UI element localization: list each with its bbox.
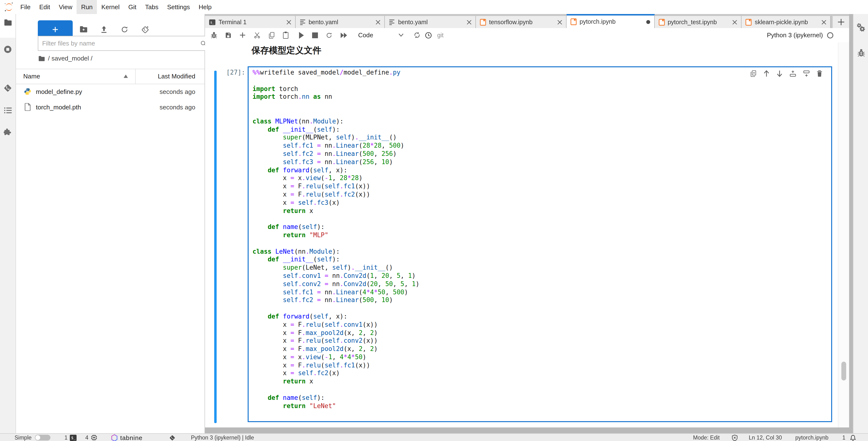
chevron-down-icon[interactable] bbox=[398, 33, 404, 37]
history-clock-icon[interactable] bbox=[425, 32, 432, 38]
git-toolbar-label[interactable]: git bbox=[437, 32, 443, 38]
menu-edit[interactable]: Edit bbox=[35, 0, 55, 14]
editor-mode[interactable]: Mode: Edit bbox=[693, 434, 720, 441]
breadcrumb[interactable]: / saved_model / bbox=[38, 55, 93, 62]
insert-cell-below-icon[interactable] bbox=[803, 70, 810, 77]
sidebar-item-debugger[interactable] bbox=[854, 48, 868, 57]
close-icon[interactable] bbox=[733, 20, 737, 25]
simple-mode-toggle[interactable] bbox=[35, 434, 51, 441]
menu-git[interactable]: Git bbox=[124, 0, 141, 14]
insert-cell-above-icon[interactable] bbox=[789, 70, 796, 77]
sidebar-item-file-browser[interactable] bbox=[0, 19, 16, 26]
terminal-icon: $_ bbox=[209, 19, 216, 25]
menu-file[interactable]: File bbox=[16, 0, 35, 14]
dock-tab-bar: $_ Terminal 1 bento.yaml bento.yaml tens… bbox=[205, 14, 849, 28]
code-editor[interactable]: %%writefile saved_model/model_define.py … bbox=[252, 69, 420, 410]
tabnine-status[interactable]: tabnine bbox=[111, 434, 143, 441]
menu-settings[interactable]: Settings bbox=[163, 0, 194, 14]
file-row[interactable]: model_define.py seconds ago bbox=[16, 84, 205, 99]
column-name[interactable]: Name bbox=[23, 73, 40, 80]
close-icon[interactable] bbox=[822, 20, 826, 25]
upload-button[interactable] bbox=[100, 26, 107, 33]
run-icon[interactable] bbox=[299, 32, 304, 38]
current-file[interactable]: pytorch.ipynb bbox=[795, 434, 829, 441]
sidebar-item-extensions[interactable] bbox=[0, 128, 16, 137]
kernel-status[interactable]: Python 3 (ipykernel) | Idle bbox=[191, 434, 254, 441]
cursor-position[interactable]: Ln 12, Col 30 bbox=[749, 434, 782, 441]
notifications-button[interactable] bbox=[850, 434, 856, 441]
sort-ascending-icon[interactable] bbox=[124, 74, 128, 78]
circular-arrows-icon[interactable] bbox=[413, 31, 421, 39]
paste-icon[interactable] bbox=[283, 31, 289, 39]
file-modified: seconds ago bbox=[160, 103, 195, 111]
tab-tensorflow-ipynb[interactable]: tensorflow.ipynb bbox=[476, 16, 566, 28]
column-last-modified[interactable]: Last Modified bbox=[158, 73, 195, 80]
kernel-count: 4 bbox=[85, 435, 88, 441]
close-icon[interactable] bbox=[286, 20, 291, 25]
sidebar-item-table-of-contents[interactable] bbox=[0, 107, 16, 114]
new-tab-button[interactable] bbox=[833, 16, 849, 28]
cut-icon[interactable] bbox=[253, 32, 261, 38]
git-status-icon-wrap[interactable] bbox=[169, 434, 176, 441]
delete-cell-icon[interactable] bbox=[817, 70, 823, 77]
close-icon[interactable] bbox=[467, 20, 471, 25]
sidebar-item-git[interactable] bbox=[0, 84, 16, 93]
duplicate-cell-icon[interactable] bbox=[750, 70, 756, 77]
tabnine-label: tabnine bbox=[120, 434, 143, 441]
mode-text: Mode: Edit bbox=[693, 435, 720, 441]
stop-icon[interactable] bbox=[312, 32, 318, 38]
new-folder-button[interactable] bbox=[80, 26, 88, 33]
kernel-switcher[interactable]: Python 3 (ipykernel) bbox=[767, 28, 834, 42]
notebook-icon bbox=[570, 19, 577, 25]
vertical-scrollbar-thumb[interactable] bbox=[841, 362, 846, 380]
tab-bento-yaml-1[interactable]: bento.yaml bbox=[296, 16, 385, 28]
restart-kernel-icon[interactable] bbox=[326, 32, 333, 38]
gears-icon bbox=[856, 22, 866, 31]
file-filter-input[interactable] bbox=[38, 40, 200, 47]
dock-right-scrollbar[interactable] bbox=[849, 14, 853, 433]
save-icon[interactable] bbox=[225, 32, 232, 38]
menu-view[interactable]: View bbox=[55, 0, 77, 14]
tab-label: sklearn-pickle.ipynb bbox=[755, 19, 817, 25]
tab-bento-yaml-2[interactable]: bento.yaml bbox=[385, 16, 476, 28]
menu-tabs[interactable]: Tabs bbox=[141, 0, 163, 14]
current-file-name: pytorch.ipynb bbox=[795, 435, 829, 441]
restart-run-all-icon[interactable] bbox=[340, 32, 347, 38]
git-icon bbox=[3, 84, 12, 93]
refresh-button[interactable] bbox=[121, 26, 128, 33]
sidebar-item-property-inspector[interactable] bbox=[854, 22, 868, 31]
dirty-indicator-icon[interactable] bbox=[646, 20, 650, 24]
cell-collapser[interactable] bbox=[214, 71, 217, 423]
close-icon[interactable] bbox=[557, 20, 562, 25]
close-icon[interactable] bbox=[376, 20, 381, 25]
cell-type-dropdown[interactable]: Code bbox=[358, 31, 373, 39]
tab-sklearn-pickle-ipynb[interactable]: sklearn-pickle.ipynb bbox=[742, 16, 831, 28]
list-icon bbox=[4, 107, 12, 114]
menu-kernel[interactable]: Kernel bbox=[97, 0, 124, 14]
menu-run[interactable]: Run bbox=[77, 0, 97, 14]
tabnine-logo-icon bbox=[111, 434, 118, 441]
insert-cell-icon[interactable] bbox=[240, 32, 246, 38]
markdown-heading[interactable]: 保存模型定义文件 bbox=[251, 44, 321, 56]
python-file-icon bbox=[24, 88, 31, 95]
tab-pytorch-ipynb[interactable]: pytorch.ipynb bbox=[566, 14, 654, 28]
tab-terminal-1[interactable]: $_ Terminal 1 bbox=[205, 16, 296, 28]
dock-horizontal-scrollbar[interactable] bbox=[205, 428, 849, 433]
cursor-position-text: Ln 12, Col 30 bbox=[749, 435, 782, 441]
kernel-session-count[interactable]: 4 bbox=[85, 434, 98, 441]
copy-icon[interactable] bbox=[269, 32, 275, 38]
file-row[interactable]: torch_model.pth seconds ago bbox=[16, 99, 205, 115]
sidebar-item-running-sessions[interactable] bbox=[0, 45, 16, 54]
tab-pytorch-test-ipynb[interactable]: pytorch_test.ipynb bbox=[654, 16, 742, 28]
move-cell-down-icon[interactable] bbox=[776, 70, 783, 77]
trust-indicator[interactable] bbox=[732, 434, 738, 441]
breadcrumb-path: / saved_model / bbox=[48, 55, 93, 62]
git-clone-button[interactable] bbox=[141, 26, 149, 34]
move-cell-up-icon[interactable] bbox=[763, 70, 770, 77]
code-cell[interactable]: %%writefile saved_model/model_define.py … bbox=[248, 66, 832, 422]
notebook-panel: 保存模型定义文件 [27]: %%writefile saved_model/m… bbox=[205, 42, 838, 428]
cell-toolbar bbox=[750, 70, 823, 77]
menu-help[interactable]: Help bbox=[194, 0, 216, 14]
debugger-icon[interactable] bbox=[211, 31, 217, 39]
terminal-session-count[interactable]: 1 $_ bbox=[64, 434, 77, 441]
